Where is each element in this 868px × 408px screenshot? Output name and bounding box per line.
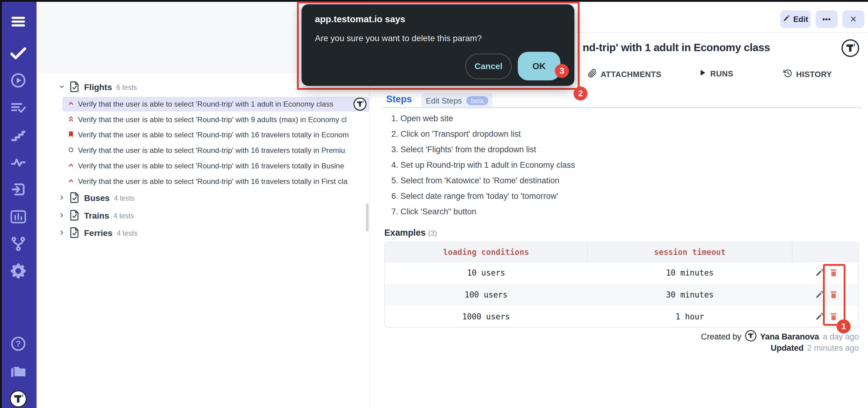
column-header: session timeout [588, 242, 792, 262]
priority-circle-icon [68, 147, 74, 154]
document-check-icon [69, 192, 80, 205]
edit-row-icon[interactable] [815, 269, 824, 277]
automated-badge-icon [353, 97, 367, 112]
step-item: 4. Set up Round-trip with 1 adult in Eco… [391, 159, 575, 171]
edit-button[interactable]: Edit [780, 10, 811, 28]
app-window: ? IBusiness Funding 18 tests Manual18 Au… [0, 0, 868, 408]
testomat-logo [9, 390, 27, 408]
dialog-message: Are you sure you want to delete this par… [315, 33, 482, 43]
tree-folder-flights[interactable]: Flights 6 tests [59, 80, 137, 95]
pencil-icon [783, 15, 790, 24]
document-check-icon [69, 227, 80, 240]
test-plans-list-check-icon[interactable] [11, 100, 26, 116]
tab-runs[interactable]: RUNS [699, 69, 733, 79]
dialog-title: app.testomat.io says [315, 14, 405, 24]
play-icon [699, 69, 707, 79]
sidebar: ? [0, 0, 36, 408]
tree-folder-buses[interactable]: Buses 4 tests [59, 191, 135, 206]
test-row[interactable]: Verify that the user is able to select '… [68, 112, 369, 127]
priority-caret-up-icon [68, 100, 74, 108]
priority-bookmark-icon [68, 131, 74, 139]
test-row[interactable]: Verify that the user is able to select '… [68, 158, 369, 174]
avatar [745, 330, 756, 344]
created-by-line: Created by Yana Baranova a day ago [701, 331, 859, 343]
window-edge-left [0, 0, 2, 408]
ok-button[interactable]: OK [518, 52, 560, 81]
annotation-badge-3: 3 [555, 64, 569, 78]
tests-check-icon[interactable] [10, 46, 26, 60]
examples-table: loading conditions session timeout 10 us… [384, 242, 859, 327]
priority-caret-up-icon [68, 178, 74, 185]
test-row[interactable]: Verify that the user is able to select '… [68, 96, 354, 112]
step-item: 6. Select date range from 'today' to 'to… [391, 190, 558, 202]
chevron-right-icon[interactable] [59, 229, 65, 237]
test-row[interactable]: Verify that the user is able to select '… [68, 174, 369, 189]
pulse-icon[interactable] [11, 155, 26, 170]
chevron-down-icon[interactable] [59, 84, 65, 91]
author-name: Yana Baranova [760, 332, 819, 342]
annotation-badge-2: 2 [574, 87, 588, 100]
updated-line: Updated 2 minutes ago [771, 342, 859, 354]
step-item: 5. Select from 'Katowice' to 'Rome' dest… [391, 174, 559, 187]
test-row[interactable]: Verify that the user is able to select '… [68, 143, 369, 158]
updated-ago: 2 minutes ago [807, 343, 859, 353]
chevron-right-icon[interactable] [59, 194, 65, 202]
step-item: 2. Click on 'Transport' dropdown list [391, 128, 521, 140]
tab-attachments[interactable]: ATTACHMENTS [588, 69, 661, 80]
more-button[interactable]: ••• [816, 10, 838, 28]
priority-caret-up-icon [68, 162, 74, 170]
edit-row-icon[interactable] [815, 312, 824, 321]
steps-stairs-icon[interactable] [11, 128, 26, 143]
examples-count: (3) [428, 229, 437, 237]
examples-heading: Examples(3) [384, 228, 437, 238]
step-item: 7. Click 'Search" button [391, 205, 476, 218]
step-item: 3. Select 'Flights' from the dropdown li… [391, 143, 536, 156]
test-row[interactable]: Verify that the user is able to select '… [68, 127, 369, 143]
runs-play-circle-icon[interactable] [11, 73, 26, 88]
help-icon[interactable]: ? [11, 336, 26, 351]
test-title: nd-trip' with 1 adult in Economy class [583, 41, 770, 54]
menu-icon[interactable] [11, 15, 26, 28]
column-header: loading conditions [385, 242, 587, 262]
gear-icon[interactable] [11, 263, 26, 279]
close-button[interactable]: × [842, 10, 864, 28]
cancel-button[interactable]: Cancel [465, 54, 512, 79]
document-check-icon [69, 210, 80, 222]
steps-underline [382, 107, 861, 108]
edit-row-icon[interactable] [815, 290, 824, 299]
close-icon: × [850, 13, 857, 26]
priority-double-caret-up-icon [68, 116, 74, 124]
analytics-bar-chart-icon[interactable] [10, 210, 26, 224]
tree-folder-trains[interactable]: Trains 4 tests [59, 208, 134, 223]
table-row: 100 users 30 minutes [385, 284, 858, 306]
beta-badge: beta [466, 96, 489, 105]
annotation-badge-1: 1 [837, 319, 850, 334]
branch-icon[interactable] [11, 236, 26, 251]
table-row: 1000 users 1 hour [385, 306, 858, 327]
steps-heading: Steps [386, 94, 412, 105]
table-row: 10 users 10 minutes [385, 262, 858, 284]
document-check-icon [69, 81, 80, 94]
annotation-box-1 [823, 264, 845, 326]
chevron-right-icon[interactable] [59, 212, 65, 220]
folders-icon[interactable] [10, 364, 26, 379]
scrollbar[interactable] [366, 203, 369, 231]
edit-steps-button[interactable]: Edit Steps beta [422, 93, 493, 108]
paperclip-icon [588, 69, 597, 80]
browser-dialog: app.testomat.io says Are you sure you wa… [302, 4, 575, 86]
tree-folder-ferries[interactable]: Ferries 4 tests [59, 226, 137, 241]
created-ago: a day ago [823, 332, 859, 342]
import-icon[interactable] [11, 182, 26, 197]
testomat-badge-icon [841, 39, 860, 59]
tab-history[interactable]: HISTORY [783, 69, 832, 80]
svg-text:?: ? [16, 339, 21, 348]
history-clock-icon [783, 69, 793, 80]
step-item: 1. Open web site [391, 112, 453, 125]
